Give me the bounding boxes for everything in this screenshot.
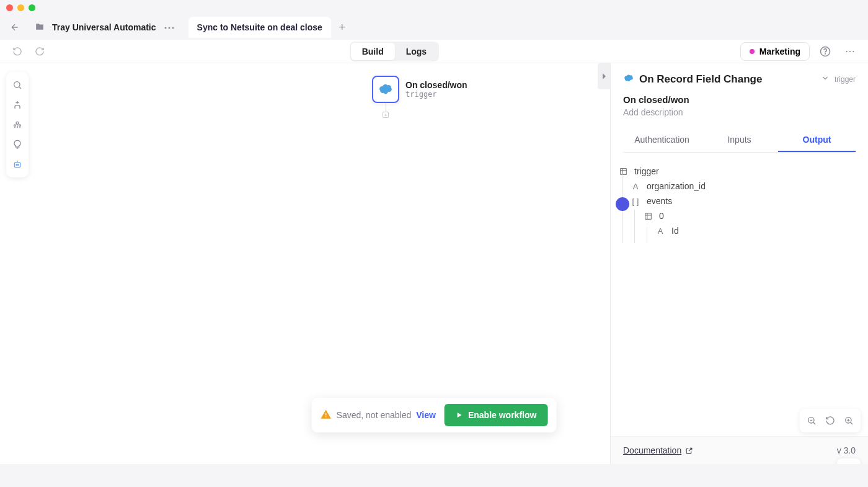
tab-label: Sync to Netsuite on deal close xyxy=(197,22,322,32)
tree-node-root[interactable]: trigger xyxy=(618,164,861,179)
chevron-down-icon[interactable] xyxy=(821,74,830,85)
tree-label: 0 xyxy=(659,211,664,221)
tab-label: Tray Universal Automatic xyxy=(52,22,156,32)
svg-point-12 xyxy=(326,416,327,418)
panel-description-input[interactable]: Add description xyxy=(623,107,856,117)
view-segment: Build Logs xyxy=(350,42,439,61)
tab-inputs[interactable]: Inputs xyxy=(701,128,778,152)
tree-node-org[interactable]: A organization_id xyxy=(618,179,861,194)
ai-tool[interactable] xyxy=(8,155,27,174)
tree-label: events xyxy=(647,196,672,206)
documentation-link[interactable]: Documentation xyxy=(623,445,693,455)
close-window-icon[interactable] xyxy=(6,4,13,11)
redo-button[interactable] xyxy=(31,43,48,60)
panel-title: On Record Field Change xyxy=(639,73,816,86)
zoom-controls xyxy=(800,409,861,432)
version-label: v 3.0 xyxy=(837,445,856,455)
zoom-fit-button[interactable] xyxy=(822,413,838,429)
svg-point-4 xyxy=(14,125,16,127)
property-panel: On Record Field Change trigger On closed… xyxy=(610,63,868,464)
tab-menu-icon[interactable]: ⋯ xyxy=(161,20,177,34)
tree-label: organization_id xyxy=(647,181,706,191)
workspace-color-icon xyxy=(750,49,755,54)
zoom-in-button[interactable] xyxy=(841,413,857,429)
panel-collapse-button[interactable] xyxy=(598,63,610,89)
view-link[interactable]: View xyxy=(416,410,436,420)
salesforce-icon xyxy=(372,76,399,103)
tab-authentication[interactable]: Authentication xyxy=(623,128,701,152)
array-icon: [ ] xyxy=(631,197,640,206)
add-tab-button[interactable]: + xyxy=(334,19,351,36)
svg-point-5 xyxy=(19,125,21,127)
string-icon: A xyxy=(631,182,640,191)
tool-palette xyxy=(6,72,29,177)
help-button[interactable] xyxy=(816,42,835,61)
back-button[interactable] xyxy=(6,19,24,36)
connector-tool[interactable] xyxy=(8,96,27,114)
node-subtitle: trigger xyxy=(405,90,467,99)
panel-subtitle: On closed/won xyxy=(623,94,856,105)
more-button[interactable]: ⋯ xyxy=(841,42,859,61)
node-title: On closed/won xyxy=(405,80,467,90)
node-connector: + xyxy=(383,103,388,118)
tree-node-id[interactable]: A Id xyxy=(618,223,861,238)
tab-project[interactable]: Tray Universal Automatic ⋯ xyxy=(26,17,186,38)
maximize-window-icon[interactable] xyxy=(29,4,35,11)
string-icon: A xyxy=(655,226,665,236)
svg-point-2 xyxy=(14,82,20,87)
object-icon xyxy=(618,168,628,176)
drag-handle-icon[interactable] xyxy=(616,197,629,211)
add-step-button[interactable]: + xyxy=(383,112,389,118)
minimize-window-icon[interactable] xyxy=(17,4,24,11)
folder-icon xyxy=(35,22,45,33)
team-tool[interactable] xyxy=(8,115,27,134)
search-tool[interactable] xyxy=(8,76,27,94)
enable-label: Enable workflow xyxy=(468,410,536,420)
external-link-icon xyxy=(685,447,693,455)
svg-point-9 xyxy=(17,160,17,161)
workflow-trigger-node[interactable]: On closed/won trigger xyxy=(372,76,467,103)
tree-node-events[interactable]: [ ] events xyxy=(618,194,861,208)
status-bar: Saved, not enabled View Enable workflow xyxy=(312,398,557,432)
node-labels: On closed/won trigger xyxy=(405,80,467,99)
panel-type-badge: trigger xyxy=(835,75,856,84)
workspace-selector[interactable]: Marketing xyxy=(740,42,810,61)
svg-rect-10 xyxy=(620,168,626,174)
output-tree: trigger A organization_id [ ] events 0 A… xyxy=(611,153,868,436)
salesforce-icon xyxy=(623,74,634,85)
tab-output[interactable]: Output xyxy=(778,128,856,152)
tree-label: trigger xyxy=(634,166,659,176)
zoom-out-button[interactable] xyxy=(804,413,820,429)
play-icon xyxy=(456,411,463,419)
doc-link-label: Documentation xyxy=(623,445,681,455)
warning-icon xyxy=(321,409,332,422)
object-icon xyxy=(643,212,653,220)
tree-label: Id xyxy=(671,226,679,236)
bottom-gutter xyxy=(0,464,868,487)
workspace-label: Marketing xyxy=(760,47,800,56)
status-text: Saved, not enabled xyxy=(337,410,412,420)
tab-workflow[interactable]: Sync to Netsuite on deal close xyxy=(188,17,331,38)
toolbar: Build Logs Marketing ⋯ xyxy=(0,40,868,63)
enable-workflow-button[interactable]: Enable workflow xyxy=(445,404,547,426)
undo-button[interactable] xyxy=(9,43,26,60)
logs-tab[interactable]: Logs xyxy=(395,43,438,60)
window-traffic-lights xyxy=(0,0,868,15)
build-tab[interactable]: Build xyxy=(351,43,395,60)
canvas[interactable]: On closed/won trigger + On Record Field … xyxy=(0,63,868,464)
hint-tool[interactable] xyxy=(8,135,27,154)
svg-rect-11 xyxy=(645,213,651,219)
svg-point-8 xyxy=(18,164,19,166)
svg-point-1 xyxy=(825,53,826,54)
tabbar: Tray Universal Automatic ⋯ Sync to Netsu… xyxy=(0,15,868,40)
tree-node-index[interactable]: 0 xyxy=(618,208,861,223)
svg-point-7 xyxy=(16,164,17,166)
svg-point-3 xyxy=(16,122,19,124)
